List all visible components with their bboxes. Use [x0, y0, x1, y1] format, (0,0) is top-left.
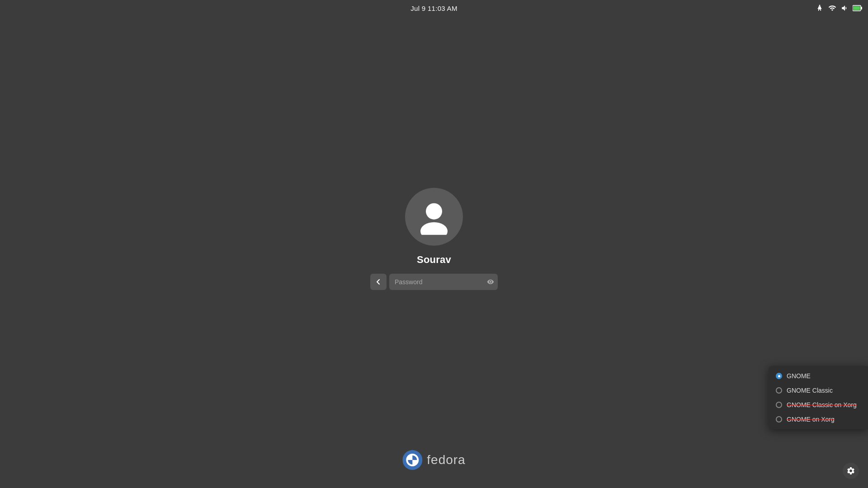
fedora-icon — [402, 450, 422, 470]
password-input[interactable] — [389, 274, 498, 290]
accessibility-icon[interactable] — [815, 3, 825, 13]
back-button[interactable] — [370, 274, 387, 290]
session-item-gnome[interactable]: GNOME — [769, 369, 868, 383]
session-label-gnome-classic: GNOME Classic — [787, 387, 833, 394]
svg-rect-3 — [854, 6, 860, 10]
topbar-icons — [815, 0, 863, 16]
login-area: Sourav — [370, 188, 498, 290]
session-radio-gnome-xorg — [776, 416, 782, 422]
battery-icon[interactable] — [853, 3, 863, 13]
password-row — [370, 274, 498, 290]
password-input-wrapper — [389, 274, 498, 290]
session-item-gnome-classic[interactable]: GNOME Classic — [769, 383, 868, 398]
session-label-gnome: GNOME — [787, 372, 811, 380]
session-menu: GNOME GNOME Classic GNOME Classic on Xor… — [769, 366, 868, 429]
svg-point-4 — [426, 203, 442, 220]
session-label-gnome-xorg: GNOME on Xorg — [787, 416, 835, 423]
svg-point-6 — [402, 450, 422, 470]
session-radio-gnome — [776, 373, 782, 379]
session-label-gnome-classic-xorg: GNOME Classic on Xorg — [787, 401, 857, 408]
session-item-gnome-classic-xorg[interactable]: GNOME Classic on Xorg — [769, 398, 868, 412]
datetime: Jul 9 11:03 AM — [410, 5, 457, 12]
network-icon[interactable] — [827, 3, 837, 13]
svg-point-5 — [420, 222, 448, 235]
avatar — [405, 188, 463, 246]
svg-rect-2 — [861, 7, 863, 9]
settings-button[interactable] — [843, 463, 859, 479]
username: Sourav — [417, 254, 451, 266]
session-radio-gnome-classic — [776, 387, 782, 394]
topbar: Jul 9 11:03 AM — [0, 0, 868, 16]
volume-icon[interactable] — [840, 3, 850, 13]
svg-point-0 — [819, 5, 821, 6]
fedora-logo: fedora — [402, 450, 465, 470]
fedora-text: fedora — [427, 453, 465, 467]
session-radio-gnome-classic-xorg — [776, 402, 782, 408]
toggle-password-visibility-button[interactable] — [487, 278, 494, 286]
session-item-gnome-xorg[interactable]: GNOME on Xorg — [769, 412, 868, 427]
